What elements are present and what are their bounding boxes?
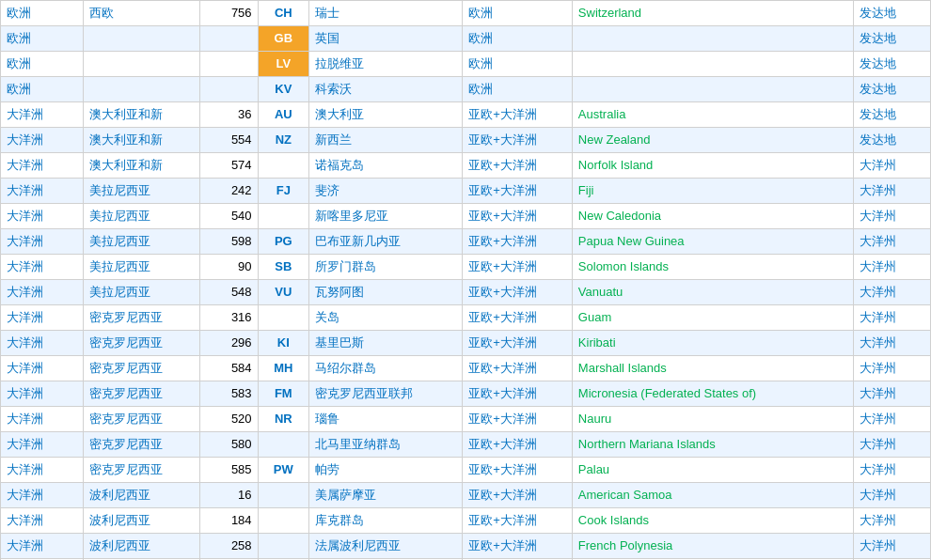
cell-0: 大洋洲 xyxy=(1,508,84,534)
cell-6 xyxy=(572,52,853,77)
cell-6: Marshall Islands xyxy=(572,356,853,381)
cell-0: 欧洲 xyxy=(1,26,84,52)
cell-7: 发达地 xyxy=(854,26,931,52)
cell-1: 密克罗尼西亚 xyxy=(84,407,200,432)
cell-7: 大洋州 xyxy=(854,204,931,229)
table-row: 大洋洲美拉尼西亚242FJ斐济亚欧+大洋洲Fiji大洋州 xyxy=(1,179,931,204)
cell-2: 548 xyxy=(200,280,258,305)
cell-7: 大洋州 xyxy=(854,331,931,356)
cell-1: 美拉尼西亚 xyxy=(84,179,200,204)
cell-1: 波利尼西亚 xyxy=(84,508,200,534)
cell-3 xyxy=(258,508,308,534)
cell-0: 欧洲 xyxy=(1,52,84,77)
cell-5: 欧洲 xyxy=(463,26,573,52)
cell-1: 美拉尼西亚 xyxy=(84,229,200,255)
cell-6: American Samoa xyxy=(572,483,853,508)
cell-4: 瑞士 xyxy=(309,1,463,26)
cell-4: 北马里亚纳群岛 xyxy=(309,432,463,458)
cell-1: 澳大利亚和新 xyxy=(84,102,200,128)
cell-5: 欧洲 xyxy=(463,77,573,102)
table-row: 大洋洲澳大利亚和新554NZ新西兰亚欧+大洋洲New Zealand发达地 xyxy=(1,128,931,153)
cell-5: 亚欧+大洋洲 xyxy=(463,179,573,204)
data-table: 欧洲西欧756CH瑞士欧洲Switzerland发达地欧洲GB英国欧洲发达地欧洲… xyxy=(0,0,931,560)
cell-2: 540 xyxy=(200,204,258,229)
cell-1: 密克罗尼西亚 xyxy=(84,458,200,483)
table-row: 大洋洲波利尼西亚16美属萨摩亚亚欧+大洋洲American Samoa大洋州 xyxy=(1,483,931,508)
cell-4: 巴布亚新几内亚 xyxy=(309,229,463,255)
table-row: 大洋洲美拉尼西亚90SB所罗门群岛亚欧+大洋洲Solomon Islands大洋… xyxy=(1,255,931,280)
cell-2: 36 xyxy=(200,102,258,128)
cell-4: 关岛 xyxy=(309,305,463,331)
cell-3: CH xyxy=(258,1,308,26)
cell-2: 242 xyxy=(200,179,258,204)
cell-4: 美属萨摩亚 xyxy=(309,483,463,508)
cell-7: 大洋州 xyxy=(854,458,931,483)
cell-3 xyxy=(258,204,308,229)
cell-1 xyxy=(84,52,200,77)
cell-4: 法属波利尼西亚 xyxy=(309,534,463,559)
cell-2: 554 xyxy=(200,128,258,153)
cell-2: 580 xyxy=(200,432,258,458)
cell-5: 亚欧+大洋洲 xyxy=(463,255,573,280)
table-row: 大洋洲美拉尼西亚548VU瓦努阿图亚欧+大洋洲Vanuatu大洋州 xyxy=(1,280,931,305)
cell-4: 新喀里多尼亚 xyxy=(309,204,463,229)
cell-2: 16 xyxy=(200,483,258,508)
cell-1: 波利尼西亚 xyxy=(84,483,200,508)
cell-7: 大洋州 xyxy=(854,356,931,381)
cell-3: KV xyxy=(258,77,308,102)
cell-3: AU xyxy=(258,102,308,128)
cell-2: 583 xyxy=(200,381,258,407)
cell-7: 大洋州 xyxy=(854,280,931,305)
cell-4: 马绍尔群岛 xyxy=(309,356,463,381)
cell-5: 亚欧+大洋洲 xyxy=(463,407,573,432)
cell-2 xyxy=(200,77,258,102)
cell-4: 密克罗尼西亚联邦 xyxy=(309,381,463,407)
cell-4: 帕劳 xyxy=(309,458,463,483)
cell-5: 亚欧+大洋洲 xyxy=(463,102,573,128)
cell-0: 大洋洲 xyxy=(1,483,84,508)
cell-1: 密克罗尼西亚 xyxy=(84,305,200,331)
cell-3: GB xyxy=(258,26,308,52)
cell-6: Nauru xyxy=(572,407,853,432)
cell-3: SB xyxy=(258,255,308,280)
cell-1: 密克罗尼西亚 xyxy=(84,331,200,356)
cell-1: 美拉尼西亚 xyxy=(84,255,200,280)
cell-2: 184 xyxy=(200,508,258,534)
cell-2: 574 xyxy=(200,153,258,179)
cell-0: 大洋洲 xyxy=(1,534,84,559)
cell-3: PW xyxy=(258,458,308,483)
cell-3: FM xyxy=(258,381,308,407)
table-row: 大洋洲密克罗尼西亚316关岛亚欧+大洋洲Guam大洋州 xyxy=(1,305,931,331)
cell-0: 大洋洲 xyxy=(1,356,84,381)
cell-7: 大洋州 xyxy=(854,179,931,204)
cell-7: 发达地 xyxy=(854,128,931,153)
cell-0: 大洋洲 xyxy=(1,179,84,204)
cell-6: Solomon Islands xyxy=(572,255,853,280)
cell-5: 亚欧+大洋洲 xyxy=(463,508,573,534)
cell-6: Australia xyxy=(572,102,853,128)
cell-6: Palau xyxy=(572,458,853,483)
cell-5: 亚欧+大洋洲 xyxy=(463,280,573,305)
cell-7: 大洋州 xyxy=(854,534,931,559)
cell-2: 584 xyxy=(200,356,258,381)
cell-0: 大洋洲 xyxy=(1,204,84,229)
cell-0: 大洋洲 xyxy=(1,280,84,305)
cell-2: 756 xyxy=(200,1,258,26)
cell-1: 美拉尼西亚 xyxy=(84,204,200,229)
cell-3 xyxy=(258,305,308,331)
cell-5: 亚欧+大洋洲 xyxy=(463,331,573,356)
cell-6: Fiji xyxy=(572,179,853,204)
cell-0: 大洋洲 xyxy=(1,305,84,331)
cell-4: 库克群岛 xyxy=(309,508,463,534)
cell-3 xyxy=(258,483,308,508)
cell-2: 316 xyxy=(200,305,258,331)
cell-5: 亚欧+大洋洲 xyxy=(463,381,573,407)
cell-4: 所罗门群岛 xyxy=(309,255,463,280)
cell-5: 欧洲 xyxy=(463,52,573,77)
table-row: 大洋洲澳大利亚和新36AU澳大利亚亚欧+大洋洲Australia发达地 xyxy=(1,102,931,128)
cell-6: Cook Islands xyxy=(572,508,853,534)
cell-2: 296 xyxy=(200,331,258,356)
cell-7: 大洋州 xyxy=(854,407,931,432)
cell-1: 波利尼西亚 xyxy=(84,534,200,559)
cell-1: 澳大利亚和新 xyxy=(84,128,200,153)
